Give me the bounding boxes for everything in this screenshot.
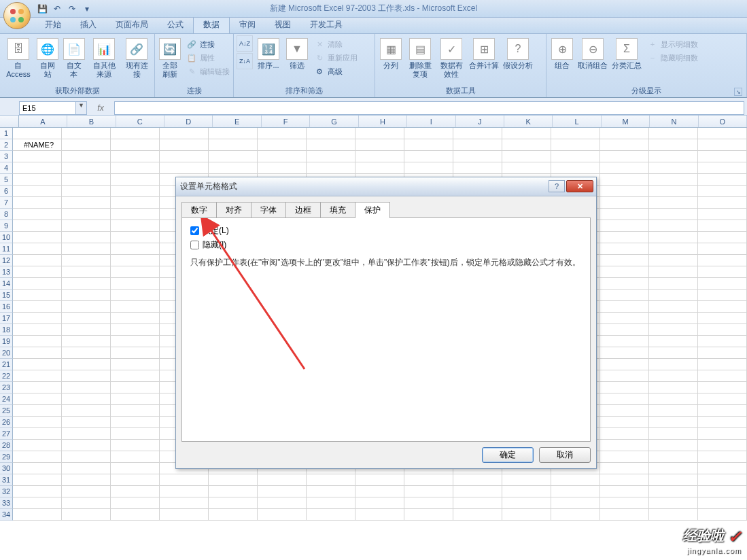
cell[interactable]: [404, 486, 453, 497]
cell[interactable]: [600, 347, 649, 359]
cell[interactable]: [649, 497, 698, 509]
cell[interactable]: [13, 509, 62, 521]
row-header[interactable]: 31: [0, 474, 13, 486]
cell[interactable]: [13, 151, 62, 162]
cell[interactable]: [13, 359, 62, 370]
ok-button[interactable]: 确定: [482, 447, 534, 463]
cell[interactable]: [62, 486, 111, 497]
cell[interactable]: [502, 139, 551, 151]
cell[interactable]: [453, 139, 502, 151]
cell[interactable]: [13, 440, 62, 451]
cell[interactable]: [649, 162, 698, 174]
cell[interactable]: [698, 509, 747, 521]
cell[interactable]: [62, 301, 111, 313]
row-header[interactable]: 32: [0, 486, 13, 497]
cell[interactable]: [600, 359, 649, 370]
cell[interactable]: [111, 278, 160, 290]
cell[interactable]: [62, 474, 111, 486]
hidden-checkbox[interactable]: [190, 241, 199, 249]
cell[interactable]: [649, 370, 698, 382]
cell[interactable]: [698, 370, 747, 382]
cell[interactable]: [62, 186, 111, 197]
col-header[interactable]: H: [359, 116, 407, 127]
row-header[interactable]: 20: [0, 347, 13, 359]
cell[interactable]: [649, 301, 698, 313]
ungroup-button[interactable]: ⊖取消组合: [576, 35, 609, 71]
cell[interactable]: [698, 440, 747, 451]
row-header[interactable]: 8: [0, 209, 13, 220]
hide-detail-button[interactable]: −隐藏明细数: [644, 52, 701, 64]
cell[interactable]: [649, 405, 698, 417]
cell[interactable]: [649, 209, 698, 220]
cell[interactable]: [600, 243, 649, 255]
cell[interactable]: [698, 128, 747, 139]
cell[interactable]: [502, 128, 551, 139]
cell[interactable]: [13, 405, 62, 417]
dlg-tab-border[interactable]: 边框: [285, 202, 321, 218]
cell[interactable]: [600, 197, 649, 209]
remove-dup-button[interactable]: ▤删除重复项: [405, 35, 435, 80]
row-header[interactable]: 10: [0, 232, 13, 243]
cell[interactable]: [698, 497, 747, 509]
sort-button[interactable]: 🔢排序...: [254, 35, 283, 71]
cell[interactable]: [160, 128, 209, 139]
cell[interactable]: [258, 162, 307, 174]
cell[interactable]: [600, 417, 649, 428]
cell[interactable]: [404, 162, 453, 174]
cell[interactable]: [258, 128, 307, 139]
cell[interactable]: [111, 428, 160, 440]
cell[interactable]: [698, 139, 747, 151]
col-header[interactable]: K: [504, 116, 553, 127]
cell[interactable]: [160, 509, 209, 521]
cell[interactable]: [355, 486, 404, 497]
cell[interactable]: [649, 359, 698, 370]
cell[interactable]: [649, 440, 698, 451]
cell[interactable]: [698, 174, 747, 186]
cell[interactable]: [453, 128, 502, 139]
cell[interactable]: [453, 151, 502, 162]
cell[interactable]: [13, 128, 62, 139]
cell[interactable]: [62, 278, 111, 290]
cell[interactable]: [13, 162, 62, 174]
cell[interactable]: [404, 497, 453, 509]
tab-view[interactable]: 视图: [265, 16, 300, 33]
cell[interactable]: [649, 509, 698, 521]
cell[interactable]: [62, 451, 111, 463]
cell[interactable]: [649, 347, 698, 359]
namebox-dropdown-icon[interactable]: ▼: [75, 102, 86, 114]
cell[interactable]: [698, 220, 747, 232]
cell[interactable]: [698, 463, 747, 474]
cell[interactable]: [698, 255, 747, 266]
cell[interactable]: [307, 486, 355, 497]
cell[interactable]: [600, 451, 649, 463]
cell[interactable]: [551, 474, 600, 486]
cell[interactable]: [649, 324, 698, 336]
cell[interactable]: [111, 232, 160, 243]
cell[interactable]: [649, 139, 698, 151]
cell[interactable]: [600, 474, 649, 486]
cell[interactable]: [13, 255, 62, 266]
cell[interactable]: [62, 197, 111, 209]
row-header[interactable]: 6: [0, 186, 13, 197]
cell[interactable]: [62, 428, 111, 440]
cell[interactable]: [13, 393, 62, 405]
cell[interactable]: [600, 151, 649, 162]
cell[interactable]: [600, 255, 649, 266]
locked-checkbox[interactable]: [190, 226, 199, 235]
cell[interactable]: [307, 128, 355, 139]
cell[interactable]: [111, 497, 160, 509]
cell[interactable]: [111, 209, 160, 220]
tab-insert[interactable]: 插入: [71, 16, 106, 33]
cell[interactable]: [307, 509, 355, 521]
col-header[interactable]: E: [213, 116, 261, 127]
cell[interactable]: [600, 440, 649, 451]
cell[interactable]: [453, 474, 502, 486]
dialog-close-button[interactable]: ✕: [566, 180, 593, 192]
filter-button[interactable]: ▼筛选: [284, 35, 310, 71]
cell[interactable]: [698, 266, 747, 278]
cell[interactable]: [13, 243, 62, 255]
cell[interactable]: [209, 474, 258, 486]
cell[interactable]: [551, 128, 600, 139]
col-header[interactable]: I: [407, 116, 455, 127]
cell[interactable]: [13, 313, 62, 324]
